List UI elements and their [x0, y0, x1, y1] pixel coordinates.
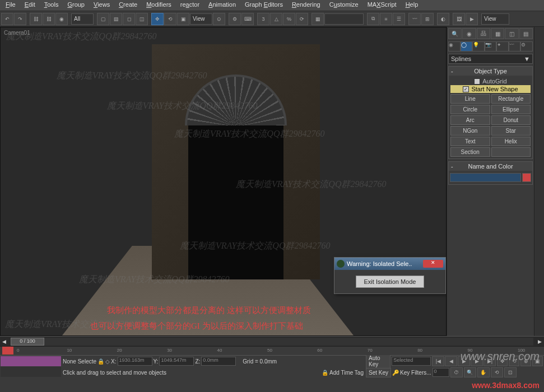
time-config-button[interactable]: ⏱ — [450, 367, 463, 377]
helix-button[interactable]: Helix — [491, 137, 531, 146]
render-button[interactable]: ▶ — [466, 13, 478, 25]
star-button[interactable]: Star — [491, 126, 531, 136]
text-button[interactable]: Text — [450, 137, 490, 146]
y-field[interactable]: 1049.547m — [159, 357, 194, 366]
key-icon[interactable]: 🔑 — [392, 370, 399, 376]
rotate-button[interactable]: ⟲ — [164, 13, 176, 25]
align-button[interactable]: ≡ — [380, 13, 392, 25]
cmd-icon[interactable]: 🔍 — [448, 28, 462, 39]
named-sel-dropdown[interactable] — [324, 13, 364, 25]
menu-modifiers[interactable]: Modifiers — [143, 0, 175, 11]
x-field[interactable]: 1930.163m — [118, 357, 152, 366]
menu-animation[interactable]: Animation — [205, 0, 239, 11]
category-dropdown[interactable]: Splines▼ — [448, 54, 533, 64]
curve-editor-button[interactable]: 〰 — [408, 13, 421, 25]
cmd-icon[interactable]: ▤ — [519, 28, 533, 39]
dialog-titlebar[interactable]: Warning: Isolated Sele.. ✕ — [334, 258, 445, 270]
schematic-button[interactable]: ⊞ — [421, 13, 434, 25]
pivot-button[interactable]: ⊙ — [213, 13, 225, 25]
selection-filter[interactable]: All — [71, 13, 94, 25]
ref-coord-dropdown[interactable]: View — [190, 13, 212, 25]
setkey-button[interactable]: Set Key — [366, 368, 391, 377]
bind-button[interactable]: ◉ — [55, 13, 68, 25]
object-name-field[interactable] — [450, 173, 521, 182]
keymode-dropdown[interactable]: Selected — [392, 357, 431, 366]
material-button[interactable]: ◐ — [437, 13, 449, 25]
manipulate-button[interactable]: ⚙ — [229, 13, 241, 25]
z-field[interactable]: 0.0mm — [201, 357, 236, 366]
key-indicator[interactable] — [2, 347, 13, 354]
cmd-icon[interactable]: ◉ — [462, 28, 476, 39]
exit-isolation-button[interactable]: Exit Isolation Mode — [356, 276, 425, 288]
nav-icon[interactable]: ✋ — [477, 367, 490, 377]
time-slider[interactable]: ◀ 0 / 100 ▶ — [0, 336, 544, 346]
create-spacewarps-tab[interactable]: 〰 — [509, 41, 521, 52]
create-lights-tab[interactable]: 💡 — [472, 41, 485, 52]
render-view-dropdown[interactable]: View — [481, 13, 509, 25]
link-button[interactable]: ⛓ — [30, 13, 42, 25]
menu-help[interactable]: Help — [402, 0, 422, 11]
create-geometry-tab[interactable]: ◉ — [448, 41, 461, 52]
autogrid-checkbox[interactable]: AutoGrid — [450, 77, 531, 85]
rollout-header[interactable]: -Object Type — [449, 67, 532, 76]
lock-small-icon[interactable]: 🔒 — [322, 370, 328, 376]
rollout-header[interactable]: -Name and Color — [449, 162, 532, 171]
arc-button[interactable]: Arc — [450, 115, 490, 125]
menu-create[interactable]: Create — [115, 0, 141, 11]
unlink-button[interactable]: ⛓ — [43, 13, 55, 25]
layers-button[interactable]: ☰ — [393, 13, 405, 25]
keyfilters-button[interactable]: Key Filters... — [400, 370, 431, 376]
create-shapes-tab[interactable]: ◯ — [461, 41, 473, 52]
side-scrollbar[interactable] — [534, 27, 544, 336]
angle-snap-button[interactable]: △ — [270, 13, 282, 25]
percent-snap-button[interactable]: % — [283, 13, 295, 25]
close-icon[interactable]: ✕ — [423, 260, 443, 268]
nav-icon[interactable]: ⟲ — [491, 367, 503, 377]
addtag-button[interactable]: Add Time Tag — [329, 370, 364, 376]
menu-views[interactable]: Views — [90, 0, 113, 11]
menu-grapheditors[interactable]: Graph Editors — [241, 0, 286, 11]
prev-frame-button[interactable]: ◀ — [445, 356, 457, 366]
select-button[interactable]: ▢ — [97, 13, 109, 25]
select-name-button[interactable]: ▤ — [110, 13, 122, 25]
line-button[interactable]: Line — [450, 94, 490, 104]
create-systems-tab[interactable]: ⚙ — [520, 41, 533, 52]
snap-button[interactable]: 3 — [257, 13, 269, 25]
menu-edit[interactable]: Edit — [21, 0, 39, 11]
abs-icon[interactable]: ◇ — [105, 358, 110, 365]
cmd-icon[interactable]: ◫ — [505, 28, 518, 39]
donut-button[interactable]: Donut — [491, 115, 531, 125]
cmd-icon[interactable]: ▦ — [491, 28, 504, 39]
maxscript-listener[interactable] — [1, 367, 61, 377]
create-cameras-tab[interactable]: 📷 — [485, 41, 497, 52]
menu-reactor[interactable]: reactor — [177, 0, 203, 11]
startnewshape-checkbox[interactable]: ✓Start New Shape — [450, 85, 531, 93]
nav-icon[interactable]: ⊡ — [504, 367, 517, 377]
menu-rendering[interactable]: Rendering — [289, 0, 324, 11]
named-sel-button[interactable]: ▦ — [311, 13, 324, 25]
menu-file[interactable]: File — [2, 0, 19, 11]
section-button[interactable]: Section — [450, 147, 490, 157]
mirror-button[interactable]: ⧉ — [367, 13, 379, 25]
ngon-button[interactable]: NGon — [450, 126, 490, 136]
move-button[interactable]: ✥ — [151, 13, 164, 25]
render-scene-button[interactable]: 🖼 — [453, 13, 465, 25]
keymode-button[interactable]: ⌨ — [241, 13, 254, 25]
frame-field[interactable]: 0 — [433, 368, 449, 377]
undo-button[interactable]: ↶ — [1, 13, 13, 25]
menu-customize[interactable]: Customize — [326, 0, 362, 11]
rectangle-button[interactable]: Rectangle — [491, 94, 531, 104]
menu-group[interactable]: Group — [64, 0, 88, 11]
scale-button[interactable]: ▣ — [177, 13, 189, 25]
select-region-button[interactable]: ◻ — [123, 13, 135, 25]
menu-maxscript[interactable]: MAXScript — [364, 0, 400, 11]
time-thumb[interactable]: 0 / 100 — [11, 338, 44, 346]
ellipse-button[interactable]: Ellipse — [491, 105, 531, 114]
redo-button[interactable]: ↷ — [14, 13, 26, 25]
color-swatch[interactable] — [522, 173, 531, 182]
spinner-snap-button[interactable]: ⟳ — [296, 13, 308, 25]
window-crossing-button[interactable]: ◫ — [136, 13, 148, 25]
cmd-icon[interactable]: 品 — [477, 28, 490, 39]
circle-button[interactable]: Circle — [450, 105, 490, 114]
selection-lock[interactable] — [1, 356, 61, 366]
